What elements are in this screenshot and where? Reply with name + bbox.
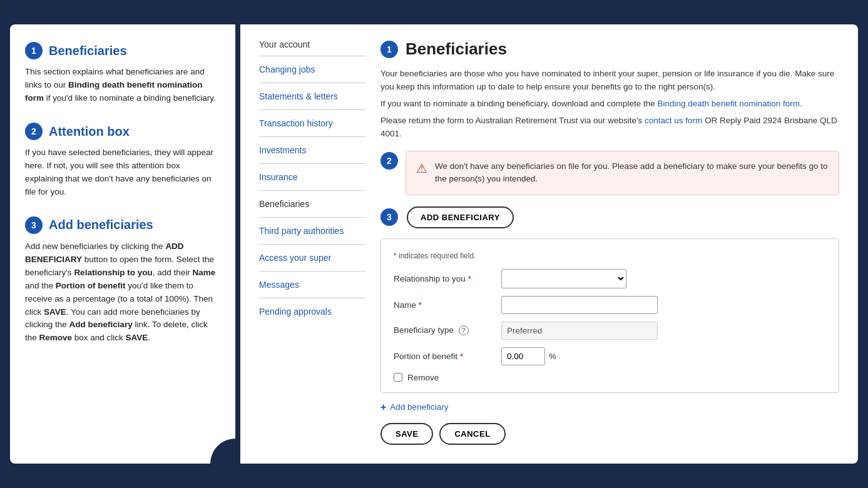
sidebar-item-transaction-history[interactable]: Transaction history	[259, 114, 365, 133]
portion-label: Portion of benefit *	[394, 352, 494, 361]
sidebar-item-insurance[interactable]: Insurance	[259, 168, 365, 186]
percent-symbol: %	[549, 352, 556, 361]
warning-triangle-icon: ⚠	[416, 161, 427, 176]
relationship-row: Relationship to you *	[394, 269, 826, 288]
nav-divider-3	[259, 136, 365, 137]
step-2-title: Attention box	[49, 125, 130, 139]
warning-box: ⚠ We don't have any beneficiaries on fil…	[406, 151, 839, 195]
name-label: Name *	[394, 300, 494, 310]
step-1-body: This section explains what beneficiaries…	[25, 66, 220, 105]
bottom-buttons: SAVE CANCEL	[380, 423, 839, 445]
remove-row: Remove	[394, 373, 826, 382]
sidebar-item-pending-approvals[interactable]: Pending approvals	[259, 302, 365, 321]
step-1-title: Beneficiaries	[49, 44, 127, 58]
sidebar-item-access-super[interactable]: Access your super	[259, 248, 365, 267]
nav-divider-top	[259, 56, 365, 56]
nav-divider-2	[259, 109, 365, 110]
info-text-2: If you want to nominate a binding benefi…	[380, 98, 839, 111]
save-button[interactable]: SAVE	[380, 423, 433, 445]
add-beneficiary-row: 3 ADD BENEFICIARY	[380, 206, 839, 228]
step-1-block: 1 Beneficiaries This section explains wh…	[25, 42, 220, 105]
right-panel: Your account Changing jobs Statements & …	[240, 24, 858, 463]
sidebar-nav: Your account Changing jobs Statements & …	[259, 39, 365, 444]
step-2-circle: 2	[25, 123, 43, 140]
beneficiary-form: * indicates required field. Relationship…	[380, 238, 839, 393]
sidebar-item-changing-jobs[interactable]: Changing jobs	[259, 60, 365, 79]
name-row: Name *	[394, 296, 826, 314]
relationship-label: Relationship to you *	[394, 274, 494, 283]
nav-divider-5	[259, 190, 365, 191]
beneficiary-type-row: Beneficiary type ? Preferred	[394, 322, 826, 340]
info-text-1: Your beneficiaries are those who you hav…	[380, 68, 839, 94]
your-account-label: Your account	[259, 39, 365, 49]
add-beneficiary-button[interactable]: ADD BENEFICIARY	[407, 206, 514, 228]
portion-row: Portion of benefit * %	[394, 347, 826, 365]
required-note: * indicates required field.	[394, 252, 826, 260]
name-input[interactable]	[501, 296, 658, 314]
sidebar-item-investments[interactable]: Investments	[259, 141, 365, 160]
sidebar-item-messages[interactable]: Messages	[259, 275, 365, 294]
add-link[interactable]: Add beneficiary	[390, 402, 448, 412]
step-3-body: Add new beneficiaries by clicking the AD…	[25, 240, 220, 345]
section-number-circle: 1	[380, 41, 398, 58]
step-3-title: Add beneficiaries	[49, 218, 153, 232]
nav-divider-1	[259, 83, 365, 83]
warning-step-circle: 2	[380, 152, 398, 170]
beneficiary-type-help-icon[interactable]: ?	[459, 325, 469, 335]
step-2-block: 2 Attention box If you have selected ben…	[25, 123, 220, 199]
beneficiary-type-label: Beneficiary type ?	[394, 325, 494, 335]
relationship-select[interactable]	[501, 269, 626, 288]
cancel-button[interactable]: CANCEL	[439, 423, 505, 445]
binding-form-link[interactable]: Binding death benefit nomination form	[658, 99, 800, 108]
remove-label: Remove	[407, 373, 439, 382]
sidebar-item-statements-letters[interactable]: Statements & letters	[259, 87, 365, 106]
step-2-header: 2 Attention box	[25, 123, 220, 140]
left-panel: 1 Beneficiaries This section explains wh…	[10, 24, 235, 463]
add-btn-step-circle: 3	[380, 208, 398, 226]
warning-section: 2 ⚠ We don't have any beneficiaries on f…	[380, 151, 839, 195]
add-link-row: + Add beneficiary	[380, 402, 839, 413]
step-1-header: 1 Beneficiaries	[25, 42, 220, 59]
step-1-circle: 1	[25, 42, 43, 59]
warning-block: 2 ⚠ We don't have any beneficiaries on f…	[380, 151, 839, 195]
main-content: 1 Beneficiaries Your beneficiaries are t…	[380, 39, 839, 444]
nav-divider-9	[259, 298, 365, 298]
nav-divider-8	[259, 271, 365, 272]
beneficiaries-section-header: 1 Beneficiaries	[380, 39, 839, 59]
portion-input[interactable]	[501, 347, 545, 365]
portion-input-group: %	[501, 347, 556, 365]
contact-us-link[interactable]: contact us form	[645, 116, 702, 125]
step-2-body: If you have selected beneficiaries, they…	[25, 146, 220, 199]
step-3-circle: 3	[25, 216, 43, 234]
step-3-block: 3 Add beneficiaries Add new beneficiarie…	[25, 216, 220, 345]
remove-checkbox[interactable]	[394, 373, 402, 382]
add-link-plus-icon: +	[380, 402, 386, 413]
info-text-3: Please return the form to Australian Ret…	[380, 114, 839, 141]
section-title: Beneficiaries	[406, 39, 507, 59]
step-3-header: 3 Add beneficiaries	[25, 216, 220, 234]
warning-text: We don't have any beneficiaries on file …	[435, 160, 829, 186]
nav-divider-4	[259, 163, 365, 164]
nav-divider-6	[259, 217, 365, 218]
sidebar-item-beneficiaries[interactable]: Beneficiaries	[259, 195, 365, 213]
beneficiary-type-value: Preferred	[501, 322, 658, 340]
nav-divider-7	[259, 244, 365, 245]
sidebar-item-third-party[interactable]: Third party authorities	[259, 221, 365, 240]
